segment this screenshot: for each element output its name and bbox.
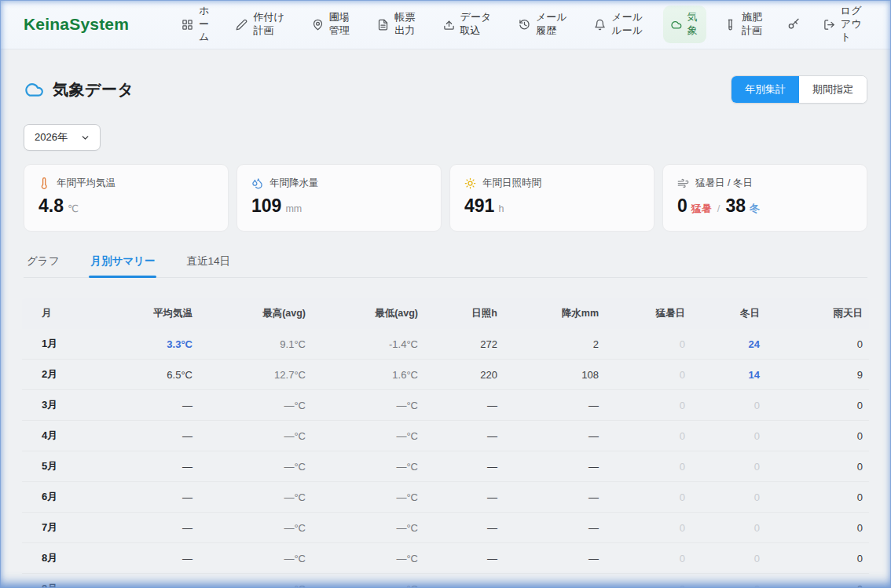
file-icon (377, 19, 389, 31)
table-cell: —°C (199, 390, 312, 421)
table-cell: — (424, 451, 504, 482)
nav-item-label: 施肥計画 (742, 11, 764, 38)
nav-item-label: 圃場管理 (329, 11, 352, 38)
table-cell: 0 (605, 390, 691, 421)
stat-label: 年間降水量 (270, 177, 319, 190)
table-cell: 3.3°C (77, 329, 199, 360)
bell-icon (594, 19, 606, 31)
table-cell: 9.1°C (199, 329, 312, 360)
table-cell: 24 (691, 329, 766, 360)
nav-item-logout[interactable]: ログアウト (816, 0, 871, 49)
table-row: 2月6.5°C12.7°C1.6°C2201080149 (22, 360, 869, 390)
hot-days-tag: 猛暑 (691, 202, 712, 216)
yearly-summary-button[interactable]: 年別集計 (732, 76, 799, 103)
winter-days-tag: 冬 (750, 202, 760, 216)
stat-value: 4.8 (38, 195, 64, 217)
table-row: 4月——°C—°C——000 (22, 421, 869, 451)
table-cell: —°C (199, 543, 312, 574)
month-cell: 5月 (22, 451, 77, 482)
nav-item-mail-history[interactable]: メール履歴 (512, 5, 576, 43)
table-cell: — (504, 543, 605, 574)
table-cell: 14 (691, 360, 766, 390)
nav-item-fertilizer-plan[interactable]: 施肥計画 (717, 5, 772, 43)
month-cell: 6月 (22, 482, 77, 513)
table-header-cell: 日照h (424, 298, 504, 329)
stat-value: 109 (251, 195, 281, 217)
table-cell: 0 (691, 390, 766, 421)
table-cell: — (77, 513, 199, 543)
nav-item-label: ホーム (199, 5, 211, 45)
table-cell: 0 (691, 482, 766, 513)
nav-item-home[interactable]: ホーム (174, 0, 218, 49)
map-pin-icon (312, 19, 324, 31)
table-cell: — (77, 574, 199, 588)
table-header-cell: 月 (22, 298, 77, 329)
cloud-icon (670, 19, 682, 31)
nav-item-mail-rules[interactable]: メールルール (587, 5, 651, 43)
table-cell: 0 (766, 421, 869, 451)
table-cell: 0 (605, 513, 691, 543)
table-cell: 0 (605, 329, 691, 360)
table-cell: 0 (605, 482, 691, 513)
cloud-icon (24, 79, 44, 100)
nav-item-field-management[interactable]: 圃場管理 (305, 5, 359, 43)
stat-label: 年間日照時間 (482, 177, 541, 190)
table-cell: -1.4°C (312, 329, 424, 360)
table-cell: —°C (312, 574, 424, 588)
nav-item-label: メール履歴 (536, 11, 569, 38)
key-button[interactable] (783, 13, 805, 36)
table-header-cell: 降水mm (504, 298, 605, 329)
table-cell: 0 (691, 574, 766, 588)
table-cell: —°C (199, 451, 312, 482)
table-cell: — (424, 390, 504, 421)
nav-item-label: データ取込 (460, 11, 493, 38)
stat-unit: mm (285, 203, 302, 214)
history-icon (519, 19, 530, 31)
table-row: 1月3.3°C9.1°C-1.4°C27220240 (22, 329, 869, 360)
table-cell: 0 (605, 574, 691, 588)
stat-unit: h (498, 203, 504, 214)
table-cell: 0 (766, 574, 869, 588)
tab-recent-14-days[interactable]: 直近14日 (185, 254, 232, 277)
app-window: KeinaSystem ホーム 作付け計画 圃場管理 帳票出力 データ取込 (0, 0, 891, 588)
table-cell: — (77, 451, 199, 482)
tab-graph[interactable]: グラフ (25, 254, 60, 277)
nav-item-label: 帳票出力 (394, 11, 417, 38)
stat-cards: 年間平均気温 4.8 ℃ 年間降水量 109 mm (24, 164, 867, 232)
navbar: KeinaSystem ホーム 作付け計画 圃場管理 帳票出力 データ取込 (0, 0, 891, 49)
table-cell: 0 (605, 421, 691, 451)
table-cell: 0 (766, 513, 869, 543)
tab-bar: グラフ 月別サマリー 直近14日 (24, 254, 867, 278)
table-header-cell: 最高(avg) (199, 298, 312, 329)
table-cell: 108 (504, 360, 605, 390)
table-row: 6月——°C—°C——000 (22, 482, 869, 513)
table-cell: 0 (766, 390, 869, 421)
stat-unit: ℃ (68, 203, 79, 214)
table-cell: 0 (605, 543, 691, 574)
month-cell: 4月 (22, 421, 77, 451)
table-cell: — (77, 390, 199, 421)
year-select[interactable]: 2026年 (24, 124, 101, 151)
nav-item-report-output[interactable]: 帳票出力 (370, 5, 424, 43)
stat-label: 猛暑日 / 冬日 (695, 177, 753, 190)
tab-monthly-summary[interactable]: 月別サマリー (89, 254, 156, 277)
page-title: 気象データ (53, 79, 134, 100)
table-cell: 272 (424, 329, 504, 360)
key-icon (787, 18, 800, 31)
nav-item-planting-plan[interactable]: 作付け計画 (229, 5, 293, 43)
month-cell: 8月 (22, 543, 77, 574)
stat-label: 年間平均気温 (57, 177, 116, 190)
period-select-button[interactable]: 期間指定 (799, 76, 867, 103)
nav-item-label: メールルール (611, 11, 644, 38)
nav-item-data-import[interactable]: データ取込 (436, 5, 500, 43)
table-cell: 220 (424, 360, 504, 390)
wind-icon (677, 177, 689, 189)
stat-card-extreme-days: 猛暑日 / 冬日 0 猛暑 / 38 冬 (662, 164, 867, 232)
table-cell: —°C (199, 421, 312, 451)
table-cell: — (424, 513, 504, 543)
month-cell: 3月 (22, 390, 77, 421)
table-cell: — (504, 482, 605, 513)
droplets-icon (251, 177, 263, 189)
table-cell: —°C (199, 513, 312, 543)
nav-item-weather[interactable]: 気象 (663, 5, 706, 43)
